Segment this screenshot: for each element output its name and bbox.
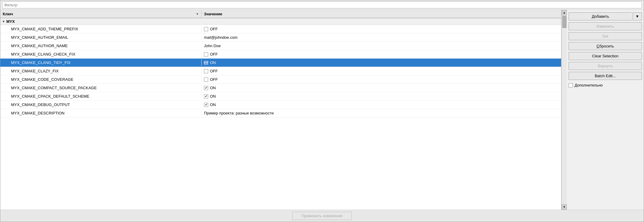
- extra-checkbox[interactable]: [569, 83, 573, 87]
- value-cell: ✔ON: [202, 59, 561, 66]
- value-text: ON: [210, 60, 216, 65]
- scroll-up-btn[interactable]: ▲: [562, 10, 567, 15]
- content-area: Ключ ▼ Значение ▼ MYX MYX_CMAKE_ADD_THEM…: [0, 10, 644, 210]
- key-cell: MYX_CMAKE_CLANG_TIDY_FIX: [0, 59, 202, 66]
- filter-bar: [0, 0, 644, 10]
- value-cell: ON: [202, 85, 561, 91]
- table-row[interactable]: MYX_CMAKE_AUTHOR_NAMEJohn Doe: [0, 42, 561, 50]
- table-row[interactable]: MYX_CMAKE_CLAZY_FIXOFF: [0, 67, 561, 75]
- edit-button[interactable]: Изменить: [569, 22, 642, 30]
- table-row[interactable]: MYX_CMAKE_CLANG_TIDY_FIX✔ON: [0, 59, 561, 67]
- group-row[interactable]: ▼ MYX: [0, 18, 561, 25]
- key-cell: MYX_CMAKE_DEBUG_OUTPUT: [0, 102, 202, 108]
- value-text: mail@johndoe.com: [204, 35, 237, 40]
- value-cell: OFF: [202, 26, 561, 32]
- key-cell: MYX_CMAKE_ADD_THEME_PREFIX: [0, 26, 202, 32]
- value-text: OFF: [210, 52, 218, 56]
- sort-arrow-icon: ▼: [196, 12, 199, 16]
- reset-label: Сбросить: [597, 44, 614, 48]
- table-row[interactable]: MYX_CMAKE_DESCRIPTIONПример проекта: раз…: [0, 109, 561, 117]
- key-cell: MYX_CMAKE_AUTHOR_NAME: [0, 43, 202, 49]
- row-checkbox[interactable]: ✔: [204, 61, 208, 65]
- apply-button[interactable]: Применить изменения: [292, 212, 352, 220]
- value-text: John Doe: [204, 44, 221, 48]
- table-row[interactable]: MYX_CMAKE_ADD_THEME_PREFIXOFF: [0, 25, 561, 33]
- batch-edit-button[interactable]: Batch Edit...: [569, 72, 642, 80]
- bottom-bar: Применить изменения: [0, 210, 644, 222]
- key-cell: MYX_CMAKE_CLAZY_FIX: [0, 68, 202, 74]
- value-text: ON: [210, 102, 216, 107]
- clear-selection-button[interactable]: Clear Selection: [569, 52, 642, 60]
- add-button-row: Добавить ▼: [569, 12, 642, 20]
- value-cell: John Doe: [202, 43, 561, 49]
- key-cell: MYX_CMAKE_CODE_COVERAGE: [0, 76, 202, 83]
- group-label: MYX: [6, 19, 15, 24]
- scroll-track[interactable]: [562, 15, 567, 204]
- value-cell: OFF: [202, 68, 561, 74]
- col-key-header: Ключ ▼: [0, 11, 202, 17]
- col-value-header: Значение: [202, 11, 561, 17]
- col-key-label: Ключ: [3, 12, 13, 16]
- row-checkbox[interactable]: [204, 69, 208, 73]
- table-body: ▼ MYX MYX_CMAKE_ADD_THEME_PREFIXOFFMYX_C…: [0, 18, 561, 210]
- value-text: OFF: [210, 69, 218, 73]
- value-text: ON: [210, 94, 216, 99]
- add-dropdown-button[interactable]: ▼: [633, 12, 642, 20]
- value-cell: ON: [202, 102, 561, 108]
- value-cell: ON: [202, 93, 561, 99]
- key-cell: MYX_CMAKE_CLANG_CHECK_FIX: [0, 51, 202, 57]
- main-window: Ключ ▼ Значение ▼ MYX MYX_CMAKE_ADD_THEM…: [0, 0, 644, 222]
- table-area: Ключ ▼ Значение ▼ MYX MYX_CMAKE_ADD_THEM…: [0, 10, 561, 210]
- row-checkbox[interactable]: [204, 52, 208, 56]
- table-row[interactable]: MYX_CMAKE_CPACK_DEFAULT_SCHEMEON: [0, 92, 561, 101]
- filter-input[interactable]: [2, 2, 642, 8]
- row-checkbox[interactable]: [204, 94, 208, 99]
- table-row[interactable]: MYX_CMAKE_AUTHOR_EMAILmail@johndoe.com: [0, 33, 561, 42]
- right-panel: Добавить ▼ Изменить Set Сбросить Clear S…: [567, 10, 644, 210]
- row-checkbox[interactable]: [204, 78, 208, 82]
- scrollbar[interactable]: ▲ ▼: [561, 10, 567, 210]
- value-text: OFF: [210, 77, 218, 82]
- value-text: ON: [210, 86, 216, 90]
- set-button[interactable]: Set: [569, 32, 642, 40]
- scroll-down-btn[interactable]: ▼: [562, 204, 567, 210]
- scroll-thumb[interactable]: [562, 16, 567, 28]
- row-checkbox[interactable]: [204, 103, 208, 107]
- key-cell: MYX_CMAKE_AUTHOR_EMAIL: [0, 34, 202, 41]
- extra-row: Дополнительно: [569, 83, 642, 87]
- table-row[interactable]: MYX_CMAKE_CODE_COVERAGEOFF: [0, 75, 561, 84]
- add-button[interactable]: Добавить: [569, 12, 632, 20]
- key-cell: MYX_CMAKE_COMPACT_SOURCE_PACKAGE: [0, 85, 202, 91]
- value-text: Пример проекта: разные возможности: [204, 111, 274, 115]
- extra-label: Дополнительно: [575, 83, 603, 87]
- key-cell: MYX_CMAKE_CPACK_DEFAULT_SCHEME: [0, 93, 202, 99]
- value-cell: OFF: [202, 51, 561, 57]
- value-cell: mail@johndoe.com: [202, 34, 561, 41]
- value-cell: OFF: [202, 76, 561, 83]
- col-value-label: Значение: [204, 12, 222, 16]
- group-collapse-icon: ▼: [2, 20, 5, 23]
- table-row[interactable]: MYX_CMAKE_DEBUG_OUTPUTON: [0, 101, 561, 109]
- row-checkbox[interactable]: [204, 86, 208, 90]
- key-cell: MYX_CMAKE_DESCRIPTION: [0, 110, 202, 116]
- table-header: Ключ ▼ Значение: [0, 10, 561, 18]
- revert-button[interactable]: Вернуть: [569, 62, 642, 70]
- reset-button[interactable]: Сбросить: [569, 42, 642, 50]
- table-row[interactable]: MYX_CMAKE_CLANG_CHECK_FIXOFF: [0, 50, 561, 59]
- value-cell: Пример проекта: разные возможности: [202, 110, 561, 116]
- row-checkbox[interactable]: [204, 27, 208, 31]
- rows-container: MYX_CMAKE_ADD_THEME_PREFIXOFFMYX_CMAKE_A…: [0, 25, 561, 117]
- table-row[interactable]: MYX_CMAKE_COMPACT_SOURCE_PACKAGEON: [0, 84, 561, 92]
- value-text: OFF: [210, 27, 218, 31]
